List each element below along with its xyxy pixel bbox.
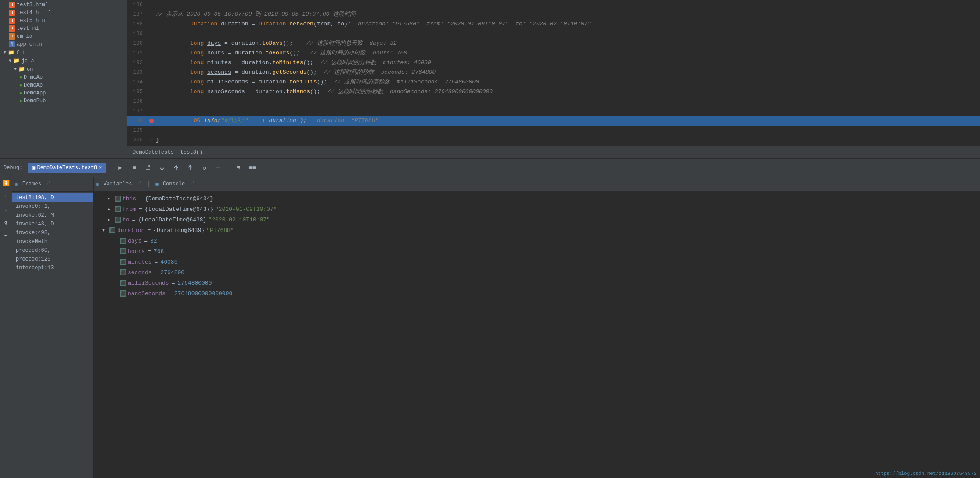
var-name-minutes: minutes xyxy=(128,259,152,265)
step-over-button[interactable] xyxy=(142,162,154,174)
java-file-icon: @ xyxy=(9,41,15,47)
sidebar-item-label: DemoAp xyxy=(24,82,43,88)
var-expand-arrow[interactable]: ▶ xyxy=(108,217,113,222)
sidebar: H test3.html H test4 ht il H test5 h nl … xyxy=(0,0,127,158)
class-icon: ● xyxy=(19,75,22,80)
down-icon-btn[interactable]: ↓ xyxy=(1,205,11,214)
sidebar-item-em[interactable]: J em la xyxy=(5,33,127,40)
console-tab[interactable]: Console xyxy=(160,180,187,188)
sidebar-folder-ft[interactable]: ▼ 📁 f t xyxy=(0,48,127,57)
var-name-this: this xyxy=(122,196,136,202)
grid-button[interactable]: ⊞ xyxy=(232,162,244,174)
console-tab-arrow: →* xyxy=(189,181,195,186)
var-type-icon: ⬛ xyxy=(120,238,126,244)
line-number: 199 xyxy=(127,126,147,135)
breadcrumb: DemoDateTests › test8() xyxy=(127,146,980,158)
frame-item-3[interactable]: invoke:43, D xyxy=(12,220,93,228)
sidebar-folder-java[interactable]: ▼ 📁 ja a xyxy=(5,57,127,65)
code-area[interactable]: 186 187 // 表示从 2020-09-05 10:07:00 到 202… xyxy=(127,0,980,146)
step-out-button[interactable] xyxy=(170,162,182,174)
force-step-into-button[interactable]: ⟶ xyxy=(212,162,224,174)
var-equals: = xyxy=(139,206,142,213)
debug-tab-close[interactable]: × xyxy=(99,165,102,171)
var-row-nanoseconds: ⬛ nanoSeconds = 27648000000000000 xyxy=(101,288,980,299)
code-line-198: 198 LOG.info("时间为:" + duration ); durati… xyxy=(127,116,980,126)
frame-item-0[interactable]: test8:198, D xyxy=(12,193,93,202)
breakpoint-indicator xyxy=(149,119,154,123)
var-expand-arrow[interactable]: ▶ xyxy=(108,196,113,201)
resume-button[interactable]: ▶ xyxy=(114,162,126,174)
sidebar-item-test[interactable]: H test ml xyxy=(5,25,127,33)
html-file-icon: H xyxy=(9,25,15,32)
sidebar-item-test5[interactable]: H test5 h nl xyxy=(5,17,127,25)
frame-item-5[interactable]: invokeMeth xyxy=(12,237,93,246)
html-file-icon: H xyxy=(9,18,15,24)
sidebar-item-label: em la xyxy=(17,33,32,40)
var-equals: = xyxy=(168,290,172,297)
sidebar-item-app[interactable]: @ app on.n xyxy=(5,40,127,48)
class-icon: ● xyxy=(19,99,22,104)
sidebar-item-demopub[interactable]: ● DemoPub xyxy=(16,97,127,105)
var-row-hours: ⬛ hours = 768 xyxy=(101,246,980,257)
line-number: 193 xyxy=(127,68,147,77)
var-type-icon: ⬛ xyxy=(120,280,126,286)
var-type-icon: ⬛ xyxy=(120,269,126,275)
sidebar-item-demoap1[interactable]: ● DemoAp xyxy=(16,81,127,89)
code-line-200: 200 − } xyxy=(127,135,980,145)
vars-tab-icon: ▣ xyxy=(96,181,99,187)
code-line-201: 201 xyxy=(127,145,980,146)
add-icon-btn[interactable]: + xyxy=(1,231,11,241)
filter-icon-btn[interactable]: ⚗ xyxy=(1,218,11,228)
variables-tab[interactable]: Variables xyxy=(101,180,135,188)
sidebar-item-demoapp[interactable]: ● DemoApp xyxy=(16,89,127,97)
debug-tab[interactable]: ▣ DemoDateTests.test8 × xyxy=(28,163,106,173)
frame-item-2[interactable]: invoke:62, M xyxy=(12,211,93,220)
folder-icon: 📁 xyxy=(8,49,14,56)
line-number: 190 xyxy=(127,39,147,48)
step-into-button[interactable] xyxy=(156,162,168,174)
var-value-days: 32 xyxy=(150,238,157,244)
restore-icon-btn[interactable]: ⏬ xyxy=(1,178,11,188)
var-expand-arrow[interactable]: ▼ xyxy=(102,228,108,233)
var-value-to-str: "2020-02-10T10:07" xyxy=(208,217,270,223)
sidebar-item-test3html[interactable]: H test3.html xyxy=(5,1,127,9)
parallel-button[interactable]: ≡≡ xyxy=(246,162,258,174)
var-name-milliseconds: milliSeconds xyxy=(128,280,169,286)
frame-item-4[interactable]: invoke:498, xyxy=(12,228,93,237)
var-value-milliseconds: 2764800000 xyxy=(177,280,212,286)
sidebar-item-demomcap[interactable]: ● D mcAp xyxy=(16,73,127,81)
sidebar-item-label: D mcAp xyxy=(24,74,43,80)
up-icon-btn[interactable]: ↑ xyxy=(1,192,11,201)
var-value-from: {LocalDateTime@6437} xyxy=(145,206,213,213)
var-equals: = xyxy=(139,196,142,202)
line-gutter xyxy=(147,119,156,123)
reload-button[interactable]: ↻ xyxy=(198,162,210,174)
frames-button[interactable]: ≡ xyxy=(128,162,140,174)
frames-tab[interactable]: Frames xyxy=(20,180,44,188)
debug-tab-label: DemoDateTests.test8 xyxy=(37,165,97,171)
url-bar[interactable]: https://blog.csdn.net/z118603543572 xyxy=(875,471,976,476)
var-expand-arrow[interactable]: ▶ xyxy=(108,206,113,212)
var-value-from-str: "2020-01-09T10:07" xyxy=(215,206,277,213)
var-type-icon: ⬛ xyxy=(115,217,121,223)
run-to-cursor-button[interactable] xyxy=(184,162,196,174)
line-number: 195 xyxy=(127,87,147,97)
frame-item-7[interactable]: proceed:125 xyxy=(12,255,93,264)
breadcrumb-class: DemoDateTests xyxy=(133,149,174,156)
var-value-duration: {Duration@6439} xyxy=(153,227,205,234)
tab-divider: | xyxy=(147,181,150,187)
frame-item-8[interactable]: intercept:13 xyxy=(12,264,93,272)
var-row-this: ▶ ⬛ this = {DemoDateTests@6434} xyxy=(94,193,980,204)
sidebar-item-test4[interactable]: H test4 ht il xyxy=(5,9,127,17)
var-name-to: to xyxy=(122,217,130,223)
line-number: 189 xyxy=(127,29,147,39)
var-name-nanoseconds: nanoSeconds xyxy=(128,290,166,297)
var-type-icon: ⬛ xyxy=(120,259,126,265)
var-row-days: ⬛ days = 32 xyxy=(101,235,980,246)
url-text: https://blog.csdn.net/z118603543572 xyxy=(875,471,976,476)
frame-item-6[interactable]: proceed:60, xyxy=(12,246,93,255)
sidebar-folder-on[interactable]: ▼ 📁 on xyxy=(11,65,127,73)
var-value-to: {LocalDateTime@6438} xyxy=(138,217,206,223)
frame-item-1[interactable]: invoke0:-1, xyxy=(12,202,93,211)
line-number: 200 xyxy=(127,135,147,145)
